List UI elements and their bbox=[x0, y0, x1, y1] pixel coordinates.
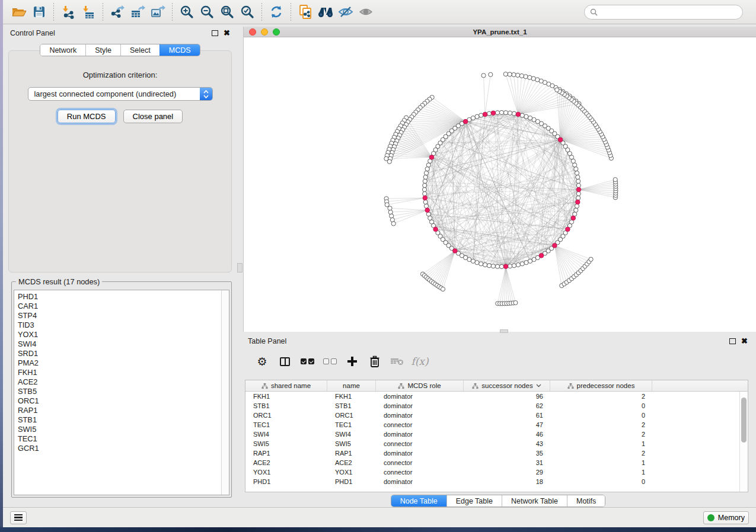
close-panel-icon[interactable]: ✖ bbox=[224, 30, 230, 36]
function-builder-button[interactable]: f(x) bbox=[409, 352, 431, 370]
memory-label: Memory bbox=[718, 514, 745, 522]
column-header-name[interactable]: name bbox=[327, 380, 376, 391]
delete-table-button[interactable] bbox=[386, 352, 409, 370]
table-row[interactable]: ACE2ACE2connector311 bbox=[245, 458, 748, 467]
tab-select[interactable]: Select bbox=[120, 44, 160, 56]
vertical-splitter-handle[interactable] bbox=[237, 263, 243, 273]
tab-style[interactable]: Style bbox=[85, 44, 120, 56]
column-header-shared-name[interactable]: shared name bbox=[245, 380, 327, 391]
open-folder-icon bbox=[11, 5, 27, 19]
table-cell: 1 bbox=[550, 459, 652, 466]
table-cell: connector bbox=[376, 469, 464, 476]
zoom-fit-button[interactable] bbox=[217, 2, 237, 21]
save-session-button[interactable] bbox=[29, 2, 49, 21]
search-box[interactable] bbox=[584, 5, 743, 20]
zoom-in-button[interactable] bbox=[177, 2, 197, 21]
mcds-list-scrollbar[interactable] bbox=[221, 290, 229, 495]
criterion-label: Optimization criterion: bbox=[9, 70, 231, 79]
deselect-all-columns-button[interactable] bbox=[318, 352, 341, 370]
network-canvas[interactable] bbox=[244, 37, 756, 331]
table-cell: SWI5 bbox=[327, 440, 376, 447]
memory-status-icon bbox=[707, 514, 714, 521]
open-file-button[interactable] bbox=[9, 2, 29, 21]
close-panel-button[interactable]: Close panel bbox=[123, 110, 183, 123]
tab-node-table[interactable]: Node Table bbox=[391, 495, 446, 507]
column-header-predecessor-nodes[interactable]: predecessor nodes bbox=[550, 380, 652, 391]
close-panel-icon[interactable]: ✖ bbox=[741, 338, 748, 344]
criterion-dropdown[interactable]: largest connected component (undirected) bbox=[28, 87, 213, 101]
mcds-result-item[interactable]: YOX1 bbox=[18, 330, 221, 339]
float-panel-icon[interactable] bbox=[212, 30, 218, 36]
table-scrollbar-thumb[interactable] bbox=[741, 398, 747, 443]
table-scrollbar[interactable] bbox=[739, 392, 748, 492]
column-header-successor-nodes[interactable]: successor nodes bbox=[464, 380, 550, 391]
mcds-result-item[interactable]: SWI5 bbox=[18, 425, 221, 434]
import-table-button[interactable] bbox=[78, 2, 98, 21]
import-network-button[interactable] bbox=[58, 2, 78, 21]
table-row[interactable]: FKH1FKH1dominator962 bbox=[245, 392, 748, 401]
tab-network-table[interactable]: Network Table bbox=[502, 495, 567, 507]
table-row[interactable]: STB1STB1dominator620 bbox=[245, 401, 748, 411]
table-cell: dominator bbox=[376, 402, 464, 409]
eye-icon bbox=[358, 5, 374, 18]
network-window-titlebar[interactable]: YPA_prune.txt_1 bbox=[244, 27, 756, 37]
mcds-result-item[interactable]: PHD1 bbox=[18, 292, 221, 302]
hide-selected-button[interactable] bbox=[336, 2, 356, 21]
first-neighbors-button[interactable] bbox=[315, 2, 336, 21]
table-cell: 35 bbox=[464, 450, 550, 457]
column-header-MCDS-role[interactable]: MCDS role bbox=[376, 380, 464, 391]
table-row[interactable]: ORC1ORC1dominator610 bbox=[245, 411, 748, 420]
clone-network-button[interactable] bbox=[295, 2, 315, 21]
show-all-button[interactable] bbox=[356, 2, 376, 21]
column-header-label: predecessor nodes bbox=[577, 382, 635, 389]
mcds-result-item[interactable]: ACE2 bbox=[18, 377, 221, 387]
float-panel-icon[interactable] bbox=[729, 338, 736, 344]
run-mcds-button[interactable]: Run MCDS bbox=[58, 110, 116, 123]
network-window-title: YPA_prune.txt_1 bbox=[244, 28, 756, 36]
sort-desc-icon[interactable] bbox=[536, 384, 541, 387]
mcds-result-item[interactable]: STB5 bbox=[18, 387, 221, 396]
mcds-result-item[interactable]: TID3 bbox=[18, 321, 221, 330]
mcds-result-item[interactable]: TEC1 bbox=[18, 434, 221, 444]
memory-button[interactable]: Memory bbox=[703, 511, 749, 524]
zoom-out-button[interactable] bbox=[197, 2, 217, 21]
tab-mcds[interactable]: MCDS bbox=[160, 44, 200, 56]
search-input[interactable] bbox=[601, 8, 737, 16]
mcds-result-item[interactable]: STP4 bbox=[18, 311, 221, 321]
table-cell: 2 bbox=[550, 431, 652, 438]
mcds-result-item[interactable]: CAR1 bbox=[18, 302, 221, 311]
refresh-button[interactable] bbox=[266, 2, 286, 21]
select-all-columns-button[interactable] bbox=[296, 352, 318, 370]
task-history-button[interactable] bbox=[10, 511, 27, 524]
mcds-result-item[interactable]: STB1 bbox=[18, 415, 221, 425]
mcds-result-item[interactable]: SWI4 bbox=[18, 339, 221, 349]
table-row[interactable]: RAP1RAP1dominator352 bbox=[245, 448, 748, 458]
table-row[interactable]: SWI4SWI4dominator462 bbox=[245, 430, 748, 439]
zoom-selected-button[interactable] bbox=[237, 2, 257, 21]
export-network-button[interactable] bbox=[107, 2, 127, 21]
status-bar: Memory bbox=[3, 507, 756, 527]
tab-edge-table[interactable]: Edge Table bbox=[446, 495, 502, 507]
table-settings-button[interactable]: ⚙ bbox=[251, 352, 273, 370]
mcds-result-item[interactable]: GCR1 bbox=[18, 444, 221, 453]
export-table-button[interactable] bbox=[127, 2, 148, 21]
delete-column-button[interactable] bbox=[363, 352, 386, 370]
table-row[interactable]: SWI5SWI5connector431 bbox=[245, 439, 748, 448]
export-image-button[interactable] bbox=[148, 2, 168, 21]
mcds-result-item[interactable]: FKH1 bbox=[18, 368, 221, 377]
table-row[interactable]: PHD1PHD1dominator180 bbox=[245, 477, 748, 486]
mcds-result-list[interactable]: PHD1CAR1STP4TID3YOX1SWI4SRD1PMA2FKH1ACE2… bbox=[14, 290, 229, 495]
mcds-result-item[interactable]: SRD1 bbox=[18, 349, 221, 358]
zoom-in-icon bbox=[180, 5, 194, 19]
mcds-result-item[interactable]: PMA2 bbox=[18, 358, 221, 368]
column-type-icon bbox=[261, 383, 268, 389]
tab-motifs[interactable]: Motifs bbox=[567, 495, 605, 507]
create-column-button[interactable] bbox=[341, 352, 363, 370]
show-columns-button[interactable] bbox=[273, 352, 296, 370]
mcds-result-item[interactable]: RAP1 bbox=[18, 406, 221, 415]
table-row[interactable]: YOX1YOX1connector291 bbox=[245, 467, 748, 477]
network-graph[interactable] bbox=[244, 37, 756, 331]
table-row[interactable]: TEC1TEC1connector472 bbox=[245, 420, 748, 430]
tab-network[interactable]: Network bbox=[40, 44, 85, 56]
mcds-result-item[interactable]: ORC1 bbox=[18, 396, 221, 406]
